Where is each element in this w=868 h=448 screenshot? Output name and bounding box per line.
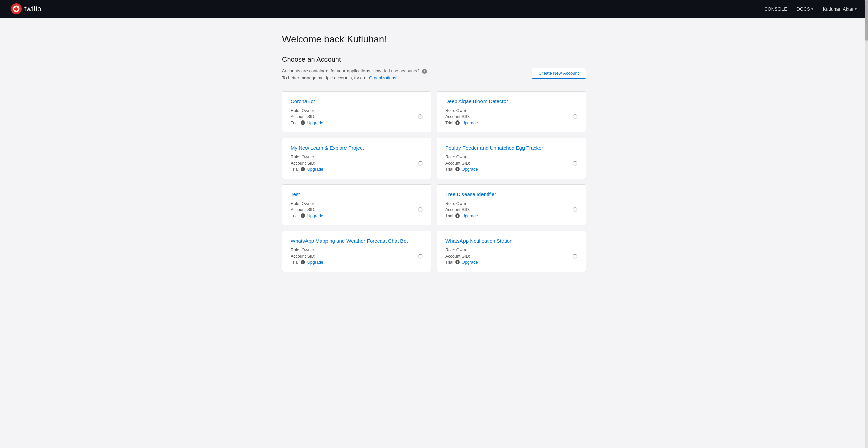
upgrade-link[interactable]: Upgrade <box>307 260 323 265</box>
account-description-text: Accounts are containers for your applica… <box>282 68 427 82</box>
account-trial-row: Trial i Upgrade <box>445 120 577 125</box>
account-card-name[interactable]: My New Learn & Explore Project <box>291 145 364 151</box>
account-role: Role: Owner <box>291 108 423 113</box>
navbar-right: CONSOLE DOCS ▾ Kutluhan Aktar ▾ <box>764 6 857 12</box>
docs-menu[interactable]: DOCS ▾ <box>796 6 813 12</box>
trial-label: Trial <box>291 213 299 218</box>
account-role: Role: Owner <box>291 155 423 160</box>
account-card[interactable]: Deep Algae Bloom Detector Role: Owner Ac… <box>437 91 586 132</box>
account-sid-label: Account SID: <box>291 114 315 119</box>
account-sid-row: Account SID: <box>445 114 577 119</box>
user-chevron-icon: ▾ <box>855 7 857 11</box>
account-card-name[interactable]: Poultry Feeder and Unhatched Egg Tracker <box>445 145 543 151</box>
account-card[interactable]: Poultry Feeder and Unhatched Egg Tracker… <box>437 138 586 179</box>
create-account-button[interactable]: Create New Account <box>532 68 586 79</box>
upgrade-link[interactable]: Upgrade <box>307 167 323 172</box>
account-card[interactable]: WhatsApp Notification Station Role: Owne… <box>437 231 586 272</box>
upgrade-link[interactable]: Upgrade <box>462 120 478 125</box>
navbar: twilio CONSOLE DOCS ▾ Kutluhan Aktar ▾ <box>0 0 868 18</box>
account-trial-row: Trial i Upgrade <box>291 260 423 265</box>
trial-label: Trial <box>291 167 299 172</box>
account-trial-row: Trial i Upgrade <box>445 213 577 218</box>
account-sid-row: Account SID: <box>445 161 577 166</box>
account-sid-label: Account SID: <box>291 161 315 166</box>
loading-spinner-icon <box>573 114 577 119</box>
loading-spinner-icon <box>418 114 423 119</box>
account-trial-row: Trial i Upgrade <box>291 120 423 125</box>
user-menu[interactable]: Kutluhan Aktar ▾ <box>823 6 857 12</box>
svg-point-4 <box>14 10 15 11</box>
account-trial-row: Trial i Upgrade <box>445 260 577 265</box>
svg-point-5 <box>17 10 18 11</box>
account-trial-row: Trial i Upgrade <box>445 167 577 172</box>
twilio-logo-icon <box>11 3 22 14</box>
welcome-heading: Welcome back Kutluhan! <box>282 34 586 45</box>
upgrade-link[interactable]: Upgrade <box>462 213 478 218</box>
account-sid-label: Account SID: <box>445 207 470 212</box>
account-card-name[interactable]: Deep Algae Bloom Detector <box>445 98 508 104</box>
console-link[interactable]: CONSOLE <box>764 6 787 12</box>
account-trial-row: Trial i Upgrade <box>291 213 423 218</box>
docs-label: DOCS <box>796 6 810 12</box>
account-role: Role: Owner <box>445 248 577 253</box>
choose-account-heading: Choose an Account <box>282 56 586 63</box>
svg-point-3 <box>17 6 18 8</box>
upgrade-link[interactable]: Upgrade <box>307 213 323 218</box>
account-card[interactable]: Test Role: Owner Account SID: Trial i Up… <box>282 184 431 225</box>
upgrade-link[interactable]: Upgrade <box>307 120 323 125</box>
account-card[interactable]: My New Learn & Explore Project Role: Own… <box>282 138 431 179</box>
account-sid-row: Account SID: <box>291 207 423 212</box>
trial-info-icon[interactable]: i <box>455 260 460 264</box>
main-content: Welcome back Kutluhan! Choose an Account… <box>271 18 597 288</box>
trial-label: Trial <box>445 167 453 172</box>
account-sid-row: Account SID: <box>445 254 577 259</box>
trial-label: Trial <box>445 260 453 265</box>
account-role: Role: Owner <box>291 248 423 253</box>
trial-info-icon[interactable]: i <box>301 260 305 264</box>
account-role: Role: Owner <box>445 201 577 206</box>
trial-info-icon[interactable]: i <box>455 167 460 171</box>
scrollbar[interactable] <box>865 0 868 448</box>
twilio-logo[interactable]: twilio <box>11 3 41 14</box>
account-trial-row: Trial i Upgrade <box>291 167 423 172</box>
account-card[interactable]: Tree Disease Identifier Role: Owner Acco… <box>437 184 586 225</box>
loading-spinner-icon <box>418 161 423 166</box>
account-sid-label: Account SID: <box>291 207 315 212</box>
trial-info-icon[interactable]: i <box>301 167 305 171</box>
account-description-row: Accounts are containers for your applica… <box>282 68 586 82</box>
account-sid-row: Account SID: <box>291 114 423 119</box>
organizations-link[interactable]: Organizations. <box>369 75 397 80</box>
account-card[interactable]: CoronaBot Role: Owner Account SID: Trial… <box>282 91 431 132</box>
trial-label: Trial <box>291 120 299 125</box>
trial-label: Trial <box>291 260 299 265</box>
description-line1: Accounts are containers for your applica… <box>282 68 427 75</box>
account-sid-label: Account SID: <box>445 114 470 119</box>
account-sid-label: Account SID: <box>445 254 470 259</box>
account-sid-row: Account SID: <box>445 207 577 212</box>
account-card[interactable]: WhatsApp Mapping and Weather Forecast Ch… <box>282 231 431 272</box>
account-sid-row: Account SID: <box>291 254 423 259</box>
trial-label: Trial <box>445 213 453 218</box>
account-card-name[interactable]: Tree Disease Identifier <box>445 191 496 197</box>
account-role: Role: Owner <box>291 201 423 206</box>
accounts-info-icon[interactable]: i <box>422 69 427 74</box>
trial-info-icon[interactable]: i <box>301 120 305 125</box>
account-card-name[interactable]: WhatsApp Notification Station <box>445 238 512 244</box>
account-card-name[interactable]: WhatsApp Mapping and Weather Forecast Ch… <box>291 238 408 244</box>
upgrade-link[interactable]: Upgrade <box>462 167 478 172</box>
docs-chevron-icon: ▾ <box>811 7 813 11</box>
navbar-left: twilio <box>11 3 41 14</box>
user-name: Kutluhan Aktar <box>823 6 854 12</box>
loading-spinner-icon <box>573 254 577 259</box>
account-card-name[interactable]: Test <box>291 191 300 197</box>
scrollbar-thumb[interactable] <box>865 0 868 41</box>
account-sid-label: Account SID: <box>291 254 315 259</box>
account-sid-label: Account SID: <box>445 161 470 166</box>
trial-info-icon[interactable]: i <box>301 213 305 218</box>
trial-info-icon[interactable]: i <box>455 213 460 218</box>
account-card-name[interactable]: CoronaBot <box>291 98 315 104</box>
twilio-wordmark: twilio <box>24 5 41 13</box>
trial-info-icon[interactable]: i <box>455 120 460 125</box>
upgrade-link[interactable]: Upgrade <box>462 260 478 265</box>
svg-point-0 <box>11 3 22 14</box>
